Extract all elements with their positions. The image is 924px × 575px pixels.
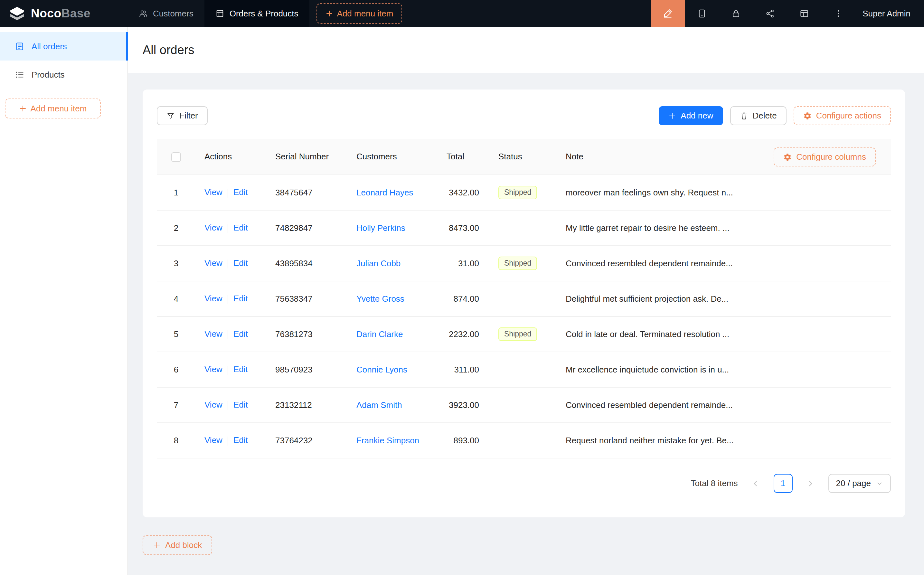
note-cell: moreover man feelings own shy. Request n… bbox=[557, 175, 891, 210]
sidebar-add-menu-item-button[interactable]: Add menu item bbox=[5, 98, 101, 119]
user-menu[interactable]: Super Admin bbox=[856, 0, 924, 27]
edit-link[interactable]: Edit bbox=[233, 258, 248, 268]
customer-cell: Holly Perkins bbox=[348, 210, 438, 246]
customer-link[interactable]: Yvette Gross bbox=[356, 294, 404, 303]
edit-link[interactable]: Edit bbox=[233, 364, 248, 374]
more-button[interactable] bbox=[821, 0, 856, 27]
total-cell: 8473.00 bbox=[438, 210, 489, 246]
unordered-list-icon bbox=[15, 70, 24, 79]
gear-icon bbox=[803, 112, 812, 120]
nav-add-menu-item-button[interactable]: Add menu item bbox=[316, 3, 402, 24]
layout-icon bbox=[799, 9, 809, 18]
row-actions: ViewEdit bbox=[195, 175, 266, 210]
sidebar-item-all-orders[interactable]: All orders bbox=[0, 32, 127, 60]
sidebar-item-label: All orders bbox=[32, 41, 67, 51]
customer-link[interactable]: Leonard Hayes bbox=[356, 188, 413, 197]
row-actions: ViewEdit bbox=[195, 210, 266, 246]
customer-link[interactable]: Frankie Simpson bbox=[356, 435, 419, 445]
chevron-left-icon bbox=[751, 480, 760, 488]
view-link[interactable]: View bbox=[205, 329, 222, 339]
pagination: Total 8 items 1 bbox=[157, 474, 891, 493]
status-tag: Shipped bbox=[499, 186, 537, 199]
team-icon bbox=[139, 9, 148, 18]
customer-link[interactable]: Darin Clarke bbox=[356, 329, 403, 339]
nav-tab-orders-products[interactable]: Orders & Products bbox=[205, 0, 310, 27]
status-cell bbox=[489, 210, 557, 246]
edit-link[interactable]: Edit bbox=[233, 435, 248, 445]
edit-link[interactable]: Edit bbox=[233, 223, 248, 232]
plus-icon bbox=[19, 105, 27, 112]
total-cell: 31.00 bbox=[438, 246, 489, 281]
table-row: 1 ViewEdit 38475647 Leonard Hayes 3432.0… bbox=[157, 175, 891, 210]
table-row: 7 ViewEdit 23132112 Adam Smith 3923.00 C… bbox=[157, 387, 891, 423]
mobile-preview-button[interactable] bbox=[685, 0, 719, 27]
table-toolbar: Filter Add new bbox=[157, 106, 891, 125]
page-size-select[interactable]: 20 / page bbox=[829, 474, 891, 493]
customer-cell: Darin Clarke bbox=[348, 316, 438, 352]
action-divider bbox=[228, 189, 228, 198]
ellipsis-vertical-icon bbox=[834, 9, 843, 18]
view-link[interactable]: View bbox=[205, 364, 222, 374]
file-list-icon bbox=[15, 41, 24, 51]
chevron-right-icon bbox=[806, 480, 814, 488]
layout-button[interactable] bbox=[787, 0, 821, 27]
add-block-button[interactable]: Add block bbox=[143, 535, 212, 555]
view-link[interactable]: View bbox=[205, 258, 222, 268]
serial-number-cell: 73764232 bbox=[266, 423, 348, 458]
add-new-button[interactable]: Add new bbox=[659, 106, 723, 125]
share-nodes-icon bbox=[765, 9, 775, 18]
edit-link[interactable]: Edit bbox=[233, 329, 248, 339]
sidebar-item-products[interactable]: Products bbox=[0, 60, 127, 89]
filter-button[interactable]: Filter bbox=[157, 106, 208, 125]
top-navbar: NocoBase Customers Orders & Products Add… bbox=[0, 0, 924, 27]
serial-number-cell: 76381273 bbox=[266, 316, 348, 352]
customer-link[interactable]: Adam Smith bbox=[356, 400, 402, 410]
row-index: 8 bbox=[157, 423, 195, 458]
row-actions: ViewEdit bbox=[195, 423, 266, 458]
customer-link[interactable]: Holly Perkins bbox=[356, 223, 405, 233]
delete-button[interactable]: Delete bbox=[730, 106, 786, 125]
status-cell bbox=[489, 281, 557, 316]
row-index: 2 bbox=[157, 210, 195, 246]
page-title: All orders bbox=[143, 43, 194, 57]
customer-cell: Connie Lyons bbox=[348, 352, 438, 387]
action-divider bbox=[228, 366, 228, 375]
next-page-button[interactable] bbox=[801, 474, 820, 493]
row-actions: ViewEdit bbox=[195, 316, 266, 352]
select-all-checkbox[interactable] bbox=[171, 152, 181, 162]
nocobase-logo-icon bbox=[9, 5, 25, 22]
nav-spacer bbox=[402, 0, 651, 27]
chevron-down-icon bbox=[876, 480, 883, 487]
customer-link[interactable]: Connie Lyons bbox=[356, 365, 407, 375]
page-number-1[interactable]: 1 bbox=[774, 474, 793, 493]
plus-icon bbox=[325, 10, 333, 17]
page-header: All orders bbox=[128, 27, 924, 73]
logo-text: NocoBase bbox=[31, 7, 90, 20]
view-link[interactable]: View bbox=[205, 435, 222, 445]
customer-link[interactable]: Julian Cobb bbox=[356, 259, 400, 268]
action-divider bbox=[228, 224, 228, 233]
view-link[interactable]: View bbox=[205, 294, 222, 303]
view-link[interactable]: View bbox=[205, 400, 222, 410]
configure-actions-button[interactable]: Configure actions bbox=[794, 106, 891, 125]
orders-table-block: Filter Add new bbox=[143, 89, 905, 517]
nav-tab-customers[interactable]: Customers bbox=[128, 0, 205, 27]
customer-cell: Yvette Gross bbox=[348, 281, 438, 316]
api-button[interactable] bbox=[753, 0, 787, 27]
previous-page-button[interactable] bbox=[746, 474, 765, 493]
highlighter-icon bbox=[662, 8, 673, 19]
ui-editor-button[interactable] bbox=[651, 0, 685, 27]
edit-link[interactable]: Edit bbox=[233, 400, 248, 410]
plus-icon bbox=[668, 112, 676, 120]
security-button[interactable] bbox=[719, 0, 753, 27]
table-row: 6 ViewEdit 98570923 Connie Lyons 311.00 … bbox=[157, 352, 891, 387]
view-link[interactable]: View bbox=[205, 223, 222, 232]
view-link[interactable]: View bbox=[205, 187, 222, 197]
logo[interactable]: NocoBase bbox=[0, 0, 128, 27]
edit-link[interactable]: Edit bbox=[233, 187, 248, 197]
total-cell: 311.00 bbox=[438, 352, 489, 387]
edit-link[interactable]: Edit bbox=[233, 294, 248, 303]
row-index: 5 bbox=[157, 316, 195, 352]
configure-columns-button[interactable]: Configure columns bbox=[774, 148, 876, 167]
row-index: 1 bbox=[157, 175, 195, 210]
